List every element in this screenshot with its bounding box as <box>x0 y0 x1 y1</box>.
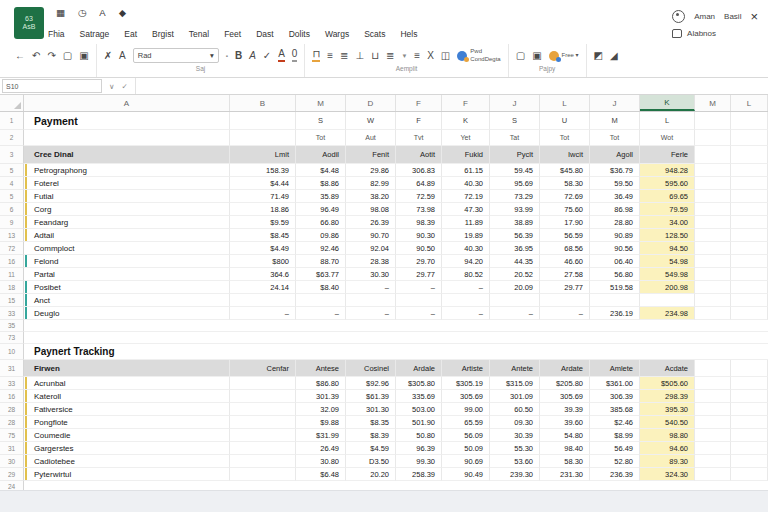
cell[interactable] <box>695 146 731 164</box>
font-name-dropdown[interactable]: Rad▾ <box>133 48 219 63</box>
cell[interactable]: Cree Dinal <box>24 146 230 164</box>
cell[interactable]: Acdate <box>640 360 695 377</box>
cell[interactable] <box>731 177 768 190</box>
cell[interactable] <box>540 294 590 307</box>
cell[interactable] <box>731 130 768 146</box>
cell[interactable]: 30.30 <box>346 268 396 281</box>
cell[interactable]: Pyclt <box>490 146 540 164</box>
cell[interactable] <box>731 229 768 242</box>
cell[interactable]: 72.19 <box>442 190 490 203</box>
cell[interactable]: 56.49 <box>590 442 640 455</box>
cell[interactable] <box>695 255 731 268</box>
cell[interactable]: Feandarg <box>24 216 230 229</box>
name-box[interactable]: S10 <box>2 79 102 93</box>
cell[interactable]: Lmit <box>230 146 296 164</box>
toolbar-icon-0-3[interactable]: ▢ <box>63 51 72 61</box>
cell[interactable]: 36.49 <box>590 190 640 203</box>
diamond-icon[interactable]: ◆ <box>119 7 126 18</box>
cell[interactable]: $4.59 <box>346 442 396 455</box>
cell[interactable]: 335.69 <box>396 390 442 403</box>
toolbar-icon-1-4[interactable]: B <box>235 51 242 61</box>
cell[interactable] <box>695 112 731 130</box>
cell[interactable]: 306.83 <box>396 164 442 177</box>
row-number[interactable]: 4 <box>0 177 24 190</box>
cell[interactable]: 30.39 <box>490 429 540 442</box>
cell[interactable]: 68.56 <box>540 242 590 255</box>
cell[interactable]: 28.80 <box>590 216 640 229</box>
cell[interactable]: Ardate <box>540 360 590 377</box>
cell[interactable]: 34.00 <box>640 216 695 229</box>
toolbar-icon-0-1[interactable]: ↶ <box>32 51 40 61</box>
toolbar-icon-1-1[interactable]: A <box>119 51 126 61</box>
cell[interactable]: 98.39 <box>396 216 442 229</box>
row-number[interactable]: 1 <box>0 112 24 130</box>
row-number[interactable]: 18 <box>0 281 24 294</box>
cell[interactable]: 305.69 <box>442 390 490 403</box>
confirm-icon[interactable]: ✓ <box>122 82 128 91</box>
column-header-B-1[interactable]: B <box>230 95 296 111</box>
cell[interactable]: 56.59 <box>540 229 590 242</box>
cell[interactable]: Tot <box>540 130 590 146</box>
cell[interactable]: 58.30 <box>540 455 590 468</box>
cell[interactable]: 239.30 <box>490 468 540 481</box>
cell[interactable] <box>731 377 768 390</box>
toolbar-icon-1-8[interactable]: 0 <box>292 49 298 62</box>
cell[interactable] <box>230 442 296 455</box>
row-number[interactable]: 16 <box>0 255 24 268</box>
cell[interactable]: 69.65 <box>640 190 695 203</box>
cell[interactable]: 98.08 <box>346 203 396 216</box>
cell[interactable]: Tat <box>490 130 540 146</box>
cell[interactable]: 20.09 <box>490 281 540 294</box>
cell[interactable]: Antete <box>490 360 540 377</box>
cell[interactable]: $8.40 <box>296 281 346 294</box>
cell[interactable]: 47.30 <box>442 203 490 216</box>
column-header-J-6[interactable]: J <box>490 95 540 111</box>
formula-input[interactable] <box>136 78 768 94</box>
cell[interactable]: Felond <box>24 255 230 268</box>
menu-item-10[interactable]: Hels <box>400 29 417 39</box>
cell[interactable]: D3.50 <box>346 455 396 468</box>
toolbar-icon-2-0[interactable]: ⊓ <box>312 49 320 62</box>
cell[interactable]: 28.38 <box>346 255 396 268</box>
cell[interactable]: 94.50 <box>640 242 695 255</box>
cell[interactable]: Acrunbal <box>24 377 230 390</box>
column-header-M-10[interactable]: M <box>695 95 731 111</box>
cell[interactable] <box>731 242 768 255</box>
cell[interactable]: Corg <box>24 203 230 216</box>
cell[interactable]: 98.40 <box>540 442 590 455</box>
cell[interactable]: $8.35 <box>346 416 396 429</box>
dropdown-icon[interactable]: ∨ <box>109 82 115 91</box>
cell[interactable]: Aotit <box>396 146 442 164</box>
cell[interactable]: 501.90 <box>396 416 442 429</box>
cell[interactable] <box>731 203 768 216</box>
cell[interactable]: Iwcit <box>540 146 590 164</box>
column-header-D-3[interactable]: D <box>346 95 396 111</box>
cell[interactable] <box>396 294 442 307</box>
cell[interactable]: 27.58 <box>540 268 590 281</box>
cell[interactable]: 90.70 <box>346 229 396 242</box>
toolbar-icon-1-7[interactable]: A <box>278 49 285 62</box>
cell[interactable]: 92.46 <box>296 242 346 255</box>
toolbar-icon-2-3[interactable]: ⊥ <box>355 51 364 61</box>
toolbar-icon-2-4[interactable]: ⊔ <box>371 51 379 61</box>
cell[interactable] <box>731 255 768 268</box>
cell[interactable]: Artiste <box>442 360 490 377</box>
cell[interactable]: $61.39 <box>346 390 396 403</box>
menu-bar-right[interactable]: Alabnos <box>672 29 716 38</box>
cell[interactable] <box>731 429 768 442</box>
cell[interactable]: $505.60 <box>640 377 695 390</box>
cell[interactable]: Coumedie <box>24 429 230 442</box>
cell[interactable]: 80.52 <box>442 268 490 281</box>
toolbar-icon-3-0[interactable]: ▢ <box>516 51 525 61</box>
cell[interactable] <box>230 416 296 429</box>
cell[interactable] <box>695 403 731 416</box>
cell[interactable] <box>695 190 731 203</box>
cell[interactable]: Tot <box>296 130 346 146</box>
cell[interactable]: 298.39 <box>640 390 695 403</box>
cell[interactable] <box>731 164 768 177</box>
toolbar-icon-0-4[interactable]: ▣ <box>79 51 88 61</box>
cell[interactable]: – <box>296 307 346 320</box>
cell[interactable]: 385.68 <box>590 403 640 416</box>
cell[interactable]: 53.60 <box>490 455 540 468</box>
cell[interactable]: 73.98 <box>396 203 442 216</box>
